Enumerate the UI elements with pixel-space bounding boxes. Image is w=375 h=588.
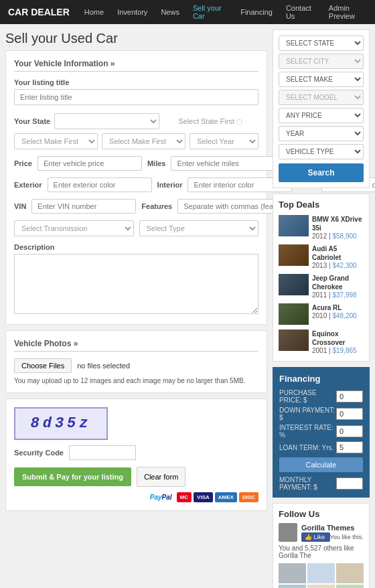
clear-form-button[interactable]: Clear form: [137, 467, 185, 487]
follow-thumb-4: [279, 585, 306, 588]
state-label: Your State: [14, 117, 50, 125]
nav-inventory[interactable]: Inventory: [110, 0, 154, 24]
sidebar-vehicle-type-select[interactable]: VEHICLE TYPE: [279, 144, 364, 159]
monthly-payment-input[interactable]: [336, 477, 363, 490]
security-code-label: Security Code: [14, 449, 64, 457]
deal-item-2[interactable]: Audi A5 Cabriolet 2013 | $42,300: [279, 244, 364, 269]
nav-admin[interactable]: Admin Preview: [322, 0, 375, 24]
section-header: Your Vehicle Information »: [14, 59, 258, 72]
deal-thumb-4: [279, 303, 309, 325]
deal-thumb-5: [279, 329, 309, 351]
nav-financing[interactable]: Financing: [234, 0, 279, 24]
visa-logo: VISA: [194, 492, 213, 502]
sidebar-city-select[interactable]: SELECT CITY: [279, 54, 364, 69]
deal-price-4: $48,200: [332, 312, 356, 319]
follow-us-card: Follow Us Gorilla Themes 👍 Like You like…: [273, 503, 370, 588]
deal-year-3: 2011: [312, 291, 327, 299]
like-button[interactable]: 👍 Like: [301, 532, 330, 542]
sidebar-price-select[interactable]: ANY PRICE: [279, 108, 364, 123]
sidebar-model-select[interactable]: SELECT MODEL: [279, 90, 364, 105]
sidebar-state-select[interactable]: SELECT STATE: [279, 35, 364, 51]
listing-title-label: Your listing title: [14, 78, 258, 86]
interest-rate-input[interactable]: [336, 425, 363, 437]
exterior-label: Exterior: [14, 181, 42, 189]
deal-price-2: $42,300: [332, 262, 356, 269]
mastercard-logo: MC: [177, 492, 192, 502]
sidebar-search-button[interactable]: Search: [279, 163, 364, 182]
down-payment-input[interactable]: [336, 408, 363, 420]
price-label: Price: [14, 159, 32, 167]
nav-contact[interactable]: Contact Us: [279, 0, 322, 24]
deal-item-5[interactable]: Equinox Crossover 2001 | $19,865: [279, 329, 364, 354]
financing-title: Financing: [279, 374, 363, 384]
calculate-button[interactable]: Calculate: [279, 457, 363, 472]
vin-input[interactable]: [31, 199, 136, 214]
deal-price-1: $58,900: [332, 232, 356, 240]
description-label: Description: [14, 243, 258, 251]
upload-note: You may upload up to 12 images and each …: [14, 377, 258, 384]
paypal-logo: PayPal: [150, 494, 172, 501]
no-files-label: no files selected: [77, 362, 130, 370]
deal-thumb-1: [279, 215, 309, 236]
price-input[interactable]: [38, 156, 142, 171]
top-deals-card: Top Deals BMW X6 XDrive 35i 2012 | $58,9…: [273, 194, 370, 362]
make-select[interactable]: Select Make First: [14, 133, 98, 149]
description-textarea[interactable]: [14, 254, 258, 314]
follow-thumb-3: [336, 563, 364, 583]
vin-label: VIN: [14, 202, 26, 210]
purchase-price-label: PURCHASE PRICE: $: [279, 389, 336, 404]
submit-button[interactable]: Submit & Pay for your listing: [14, 467, 131, 486]
monthly-payment-label: MONTHLY PAYMENT: $: [279, 476, 336, 491]
make-first-select[interactable]: Select Make First: [102, 133, 185, 149]
discover-logo: DISC: [239, 492, 258, 502]
deal-item-1[interactable]: BMW X6 XDrive 35i 2012 | $58,900: [279, 215, 364, 240]
deal-item-3[interactable]: Jeep Grand Cherokee 2011 | $37,998: [279, 274, 364, 299]
loan-term-input[interactable]: [336, 441, 363, 453]
logo: CAR DEALER: [0, 7, 78, 17]
follow-grid: [279, 563, 364, 588]
year-select[interactable]: Select Year: [190, 133, 258, 149]
follow-avatar: [279, 523, 297, 542]
features-label: Features: [141, 202, 172, 210]
purchase-price-input[interactable]: [336, 390, 363, 402]
deal-name-3: Jeep Grand Cherokee: [312, 274, 364, 291]
main-nav: Home Inventory News Sell your Car Financ…: [78, 0, 375, 24]
follow-thumb-5: [307, 585, 335, 588]
follow-thumb-1: [279, 563, 306, 583]
deal-item-4[interactable]: Acura RL 2010 | $48,200: [279, 303, 364, 325]
nav-news[interactable]: News: [154, 0, 186, 24]
captcha-text: 8d35z: [30, 415, 91, 432]
state-select[interactable]: [54, 113, 159, 129]
miles-input[interactable]: [171, 156, 275, 171]
type-select[interactable]: Select Type: [139, 220, 259, 236]
vehicle-info-card: Your Vehicle Information » Your listing …: [5, 50, 267, 325]
photos-card: Vehicle Photos » Choose Files no files s…: [5, 330, 267, 393]
follow-profile-name: Gorilla Themes: [301, 524, 364, 532]
deal-name-1: BMW X6 XDrive 35i: [312, 215, 364, 232]
header: CAR DEALER Home Inventory News Sell your…: [0, 0, 375, 24]
nav-home[interactable]: Home: [78, 0, 110, 24]
choose-files-button[interactable]: Choose Files: [14, 358, 72, 373]
deal-year-1: 2012: [312, 232, 327, 240]
search-card: SELECT STATE SELECT CITY SELECT MAKE SEL…: [273, 29, 370, 188]
security-code-input[interactable]: [69, 445, 136, 460]
sidebar-year-select[interactable]: YEAR: [279, 126, 364, 141]
deal-price-5: $19,865: [332, 347, 356, 354]
nav-sell[interactable]: Sell your Car: [186, 0, 234, 24]
interior-label: Interior: [157, 181, 183, 189]
follow-thumb-6: [336, 585, 364, 588]
security-card: 8d35z Security Code Submit & Pay for you…: [5, 398, 267, 511]
exterior-input[interactable]: [48, 177, 152, 192]
sidebar-make-select[interactable]: SELECT MAKE: [279, 72, 364, 87]
interest-rate-label: INTEREST RATE: %: [279, 424, 336, 439]
transmission-select[interactable]: Select Transmission: [14, 220, 134, 236]
top-deals-title: Top Deals: [279, 200, 364, 210]
deal-name-4: Acura RL: [312, 303, 357, 312]
photos-header: Vehicle Photos »: [14, 339, 258, 352]
deal-year-4: 2010: [312, 312, 327, 319]
deal-year-5: 2001: [312, 347, 327, 354]
listing-title-input[interactable]: [14, 89, 258, 105]
financing-card: Financing PURCHASE PRICE: $ DOWN PAYMENT…: [273, 367, 370, 498]
features-input[interactable]: [177, 199, 282, 214]
miles-label: Miles: [147, 159, 166, 167]
